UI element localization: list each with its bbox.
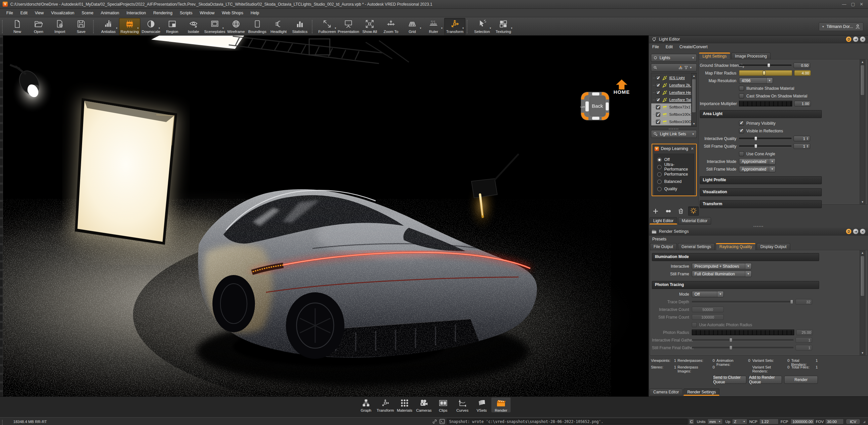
menu-visualization[interactable]: Visualization — [48, 10, 78, 16]
chevron-down-icon[interactable]: ▼ — [692, 133, 694, 136]
close-icon[interactable]: ✕ — [860, 2, 863, 6]
toolbar-boundings[interactable]: Boundings — [247, 18, 268, 35]
dock-materials[interactable]: Materials — [395, 397, 414, 413]
toolbar-sceneplates[interactable]: Sceneplates ▾ — [204, 18, 225, 35]
toolbar-new[interactable]: New — [7, 18, 28, 35]
le-menu-edit[interactable]: Edit — [665, 44, 673, 49]
toolbar-transform[interactable]: Transform ▾ — [444, 18, 465, 35]
menu-file[interactable]: File — [3, 10, 16, 16]
still-frame-illumination-dropdown[interactable]: Full Global Illumination ▼ — [692, 271, 752, 277]
tab-light-editor[interactable]: Light Editor — [650, 217, 677, 224]
viewport-edge-handle[interactable] — [0, 36, 3, 396]
section-visualization[interactable]: Visualization — [700, 188, 822, 196]
light-visibility-checkbox[interactable] — [656, 83, 660, 88]
chevron-down-icon[interactable]: ▼ — [689, 66, 692, 69]
detach-panel-button[interactable]: ➜ — [853, 229, 858, 234]
render-settings-scrollbar[interactable]: ▲ ▼ — [860, 250, 865, 356]
ground-shadow-intensity-value[interactable]: 0.50 — [794, 62, 810, 68]
home-view-widget[interactable]: HOME — [611, 79, 632, 95]
section-area-light[interactable]: Area Light — [700, 110, 822, 118]
tree-filter-icon[interactable] — [679, 65, 683, 70]
light-visibility-checkbox[interactable] — [656, 76, 660, 80]
light-list-item[interactable]: IES Light — [651, 74, 696, 82]
viewport-3d[interactable]: HOME Left Back — [0, 36, 648, 396]
toolbar-headlight[interactable]: Headlight — [268, 18, 289, 35]
tab-raytracing-quality[interactable]: Raytracing Quality — [716, 243, 756, 250]
radio-icon[interactable] — [657, 187, 661, 191]
interactive-quality-slider[interactable] — [739, 136, 792, 141]
send-to-cluster-queue-button[interactable]: Send to Cluster Queue — [713, 376, 746, 384]
toolbar-grip[interactable] — [93, 20, 96, 33]
toolbar-presentation[interactable]: Presentation — [338, 18, 359, 35]
tab-display-output[interactable]: Display Output — [756, 243, 790, 250]
rs-menu-presets[interactable]: Presets — [652, 237, 666, 241]
menu-animation[interactable]: Animation — [98, 10, 122, 16]
light-list-item[interactable]: Lensflare 2k... — [651, 82, 696, 89]
units-dropdown[interactable]: mm▼ — [707, 419, 723, 424]
ground-shadow-intensity-slider[interactable] — [739, 63, 792, 68]
toolbar-grip[interactable] — [312, 20, 315, 33]
still-frame-final-gather-slider[interactable] — [692, 345, 794, 350]
close-icon[interactable]: ✕ — [691, 147, 694, 151]
dock-graph[interactable]: Graph — [356, 397, 376, 413]
toolbar-region[interactable]: Region — [161, 18, 183, 35]
dock-clips[interactable]: Clips — [434, 397, 453, 413]
console-output-field[interactable] — [447, 419, 687, 424]
still-frame-quality-value[interactable]: 1▲▼ — [794, 143, 810, 149]
menu-rendering[interactable]: Rendering — [150, 10, 176, 16]
terminal-icon[interactable] — [439, 418, 445, 425]
console-clear-button[interactable]: C — [689, 419, 694, 424]
interactive-mode-dropdown[interactable]: Approximated ▼ — [739, 158, 776, 164]
light-visibility-checkbox[interactable] — [656, 113, 660, 117]
visible-in-reflections-checkbox[interactable] — [739, 128, 744, 133]
tab-light-settings[interactable]: Light Settings — [699, 53, 731, 60]
search-input[interactable] — [658, 65, 677, 70]
statusbar-grip[interactable] — [2, 420, 4, 425]
map-resolution-dropdown[interactable]: 4096 ▼ — [739, 78, 773, 84]
toolbar-downscale[interactable]: Downscale ▾ — [140, 18, 161, 35]
dl-option-quality[interactable]: Quality — [657, 185, 691, 192]
light-link-sets-selector[interactable]: Light Link Sets ▼ — [651, 130, 697, 138]
dock-transform[interactable]: Transform — [376, 397, 395, 413]
dock-curves[interactable]: Curves — [453, 397, 472, 413]
dock-render[interactable]: Render — [491, 397, 510, 413]
toolbar-save[interactable]: Save — [70, 18, 92, 35]
light-visibility-checkbox[interactable] — [656, 120, 660, 124]
primary-visibility-checkbox[interactable] — [739, 121, 744, 126]
chevron-down-icon[interactable]: ▼ — [692, 57, 694, 60]
interactive-final-gather-value[interactable]: 1 — [796, 337, 812, 343]
light-list-item[interactable]: Softbox190Oct — [651, 118, 696, 125]
minimize-icon[interactable]: — — [842, 2, 846, 6]
dropdown-arrow-icon[interactable]: ▾ — [116, 27, 117, 30]
interactive-count-value[interactable]: 50000 — [692, 307, 724, 312]
duplicate-light-button[interactable] — [663, 207, 674, 216]
resize-grip-icon[interactable]: ◢ — [863, 418, 866, 425]
toolbar-raytracing[interactable]: GPU Raytracing ▾ — [119, 18, 140, 35]
close-panel-button[interactable]: ✕ — [860, 229, 865, 234]
scroll-up-icon[interactable]: ▲ — [861, 250, 864, 255]
render-settings-titlebar[interactable]: Render Settings D ➜ ✕ — [649, 228, 868, 236]
toolbar-ruler[interactable]: 0 1 2 Ruler ▾ — [423, 18, 444, 35]
detach-panel-button[interactable]: ➜ — [853, 37, 858, 42]
tab-general-settings[interactable]: General Settings — [678, 243, 715, 250]
scroll-down-icon[interactable]: ▼ — [861, 351, 864, 355]
light-list-item[interactable]: Lensflare Hea... — [651, 89, 696, 96]
dropdown-arrow-icon[interactable]: ▾ — [335, 27, 336, 30]
scroll-down-icon[interactable]: ▼ — [693, 121, 695, 126]
dropdown-arrow-icon[interactable]: ▾ — [490, 27, 491, 30]
light-list-item[interactable]: Softbox100x100 — [651, 111, 696, 118]
fov-field[interactable]: 30.00 — [825, 419, 844, 424]
dropdown-arrow-icon[interactable]: ▾ — [462, 27, 464, 30]
pin-panel-button[interactable]: D — [846, 229, 851, 234]
fcp-field[interactable]: 1000000.00 — [790, 419, 814, 424]
toggle-light-button[interactable] — [688, 207, 699, 216]
dock-cameras[interactable]: Cameras — [414, 397, 434, 413]
scroll-up-icon[interactable]: ▲ — [693, 73, 695, 78]
tab-camera-editor[interactable]: Camera Editor — [650, 388, 682, 396]
light-visibility-checkbox[interactable] — [656, 105, 660, 110]
still-frame-mode-dropdown[interactable]: Approximated ▼ — [739, 166, 776, 172]
section-photon-tracing[interactable]: Photon Tracing — [652, 281, 819, 289]
maximize-icon[interactable]: ▢ — [851, 2, 855, 6]
cast-shadow-checkbox[interactable] — [739, 93, 744, 98]
importance-multiplier-bar[interactable] — [739, 101, 792, 107]
